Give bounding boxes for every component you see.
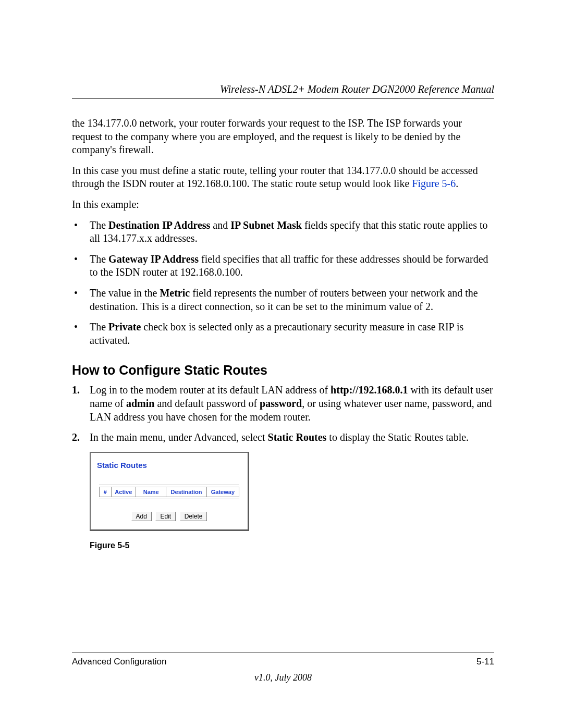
bold-term: IP Subnet Mask — [230, 219, 302, 231]
bold-term: Static Routes — [268, 431, 327, 443]
page-footer: Advanced Configuration 5-11 v1.0, July 2… — [72, 652, 494, 683]
bold-term: Gateway IP Address — [108, 253, 199, 265]
add-button[interactable]: Add — [131, 512, 152, 521]
text: Log in to the modem router at its defaul… — [90, 384, 331, 396]
text: The — [90, 321, 108, 332]
footer-page: 5-11 — [476, 657, 494, 667]
list-item: The value in the Metric field represents… — [72, 287, 494, 313]
step-item: Log in to the modem router at its defaul… — [72, 384, 494, 424]
text: to display the Static Routes table. — [326, 431, 469, 443]
running-header: Wireless-N ADSL2+ Modem Router DGN2000 R… — [72, 83, 494, 95]
footer-rule — [72, 652, 494, 652]
paragraph: the 134.177.0.0 network, your router for… — [72, 117, 494, 157]
paragraph: In this case you must define a static ro… — [72, 164, 494, 191]
text: and — [210, 219, 230, 231]
col-header-name: Name — [136, 487, 166, 497]
figure-caption: Figure 5-5 — [90, 540, 494, 551]
panel-title: Static Routes — [97, 460, 241, 470]
text: In the main menu, under Advanced, select — [90, 431, 268, 443]
list-item: The Destination IP Address and IP Subnet… — [72, 219, 494, 245]
list-item: The Private check box is selected only a… — [72, 320, 494, 347]
text: check box is selected only as a precauti… — [90, 321, 463, 346]
section-heading: How to Configure Static Routes — [72, 362, 494, 378]
bold-term: password — [260, 398, 302, 409]
text: The — [90, 253, 108, 265]
static-routes-panel: Static Routes # Active Name Destination … — [90, 452, 249, 531]
col-header-number: # — [100, 487, 112, 497]
static-routes-table: # Active Name Destination Gateway — [99, 487, 239, 497]
footer-section: Advanced Configuration — [72, 657, 166, 667]
separator — [99, 499, 239, 499]
text: . — [456, 178, 458, 189]
paragraph: In this example: — [72, 198, 494, 212]
text: and default password of — [154, 398, 260, 409]
bold-term: admin — [126, 398, 154, 409]
separator — [99, 485, 239, 485]
bold-term: Destination IP Address — [108, 219, 210, 231]
table-header-row: # Active Name Destination Gateway — [100, 487, 239, 497]
delete-button[interactable]: Delete — [180, 512, 207, 521]
figure-link[interactable]: Figure 5-6 — [412, 178, 456, 189]
text: The — [90, 219, 108, 231]
step-item: In the main menu, under Advanced, select… — [72, 431, 494, 445]
edit-button[interactable]: Edit — [155, 512, 176, 521]
figure: Static Routes # Active Name Destination … — [90, 452, 494, 531]
bold-term: Metric — [160, 287, 190, 299]
list-item: The Gateway IP Address field specifies t… — [72, 253, 494, 279]
text: The value in the — [90, 287, 160, 299]
footer-version: v1.0, July 2008 — [72, 672, 494, 683]
col-header-destination: Destination — [166, 487, 206, 497]
header-rule — [72, 98, 494, 99]
bold-term: http://192.168.0.1 — [331, 384, 408, 396]
col-header-gateway: Gateway — [206, 487, 239, 497]
bold-term: Private — [108, 321, 141, 332]
col-header-active: Active — [111, 487, 136, 497]
